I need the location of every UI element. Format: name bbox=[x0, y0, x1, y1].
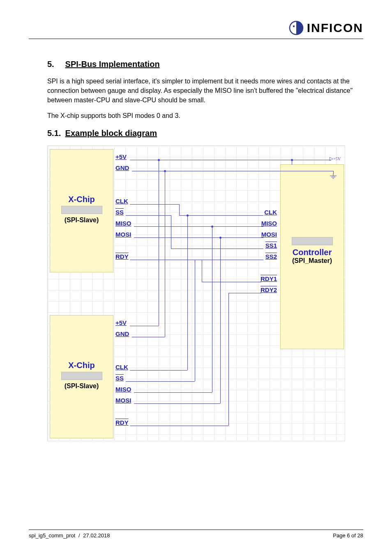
block-diagram: X-Chip (SPI-Slave) X-Chip (SPI-Slave) Co… bbox=[47, 145, 345, 441]
section-number: 5.1. bbox=[47, 129, 63, 138]
wire bbox=[130, 426, 228, 426]
wire bbox=[202, 260, 202, 282]
wire bbox=[130, 260, 202, 260]
wire-junction bbox=[158, 159, 160, 161]
section-heading-bus: 5. SPI-Bus Implementation bbox=[47, 60, 363, 69]
pin-label-gnd: GND bbox=[115, 164, 129, 171]
wire bbox=[134, 392, 212, 393]
block-title: Controller bbox=[281, 248, 344, 257]
pin-label-rdy1-ctrl: RDY1 bbox=[261, 275, 277, 282]
footer-separator: / bbox=[78, 532, 80, 539]
svg-point-1 bbox=[293, 25, 294, 27]
company-logo: INFICON bbox=[289, 21, 363, 35]
section-heading-diagram: 5.1. Example block diagram bbox=[47, 129, 363, 138]
section-title: SPI-Bus Implementation bbox=[65, 60, 160, 69]
section-title: Example block diagram bbox=[65, 129, 157, 138]
wire bbox=[228, 293, 229, 426]
wire-junction bbox=[219, 237, 221, 239]
inficon-logo-icon bbox=[289, 21, 304, 35]
footer-page: Page 6 of 28 bbox=[333, 532, 363, 539]
power-5v-symbol: ▷+5V bbox=[330, 156, 341, 162]
block-title: X-Chip bbox=[50, 361, 113, 370]
wire bbox=[202, 282, 261, 282]
wire-junction bbox=[291, 159, 293, 161]
footer-left: spi_ig5_comm_prot / 27.02.2018 bbox=[29, 532, 110, 539]
wire bbox=[126, 215, 171, 216]
pin-label-gnd-2: GND bbox=[115, 330, 129, 337]
wire bbox=[165, 171, 165, 337]
pin-label-clk-ctrl: CLK bbox=[264, 209, 277, 216]
wire bbox=[187, 215, 188, 370]
pin-label-ss: SS bbox=[115, 209, 124, 216]
wire-junction bbox=[187, 214, 189, 216]
block-subtitle: (SPI_Master) bbox=[281, 257, 344, 265]
pin-label-clk: CLK bbox=[115, 198, 128, 205]
pin-label-mosi-2: MOSI bbox=[115, 397, 131, 404]
wire bbox=[132, 337, 165, 337]
wire bbox=[171, 249, 263, 249]
section-body-bus: SPI is a high speed serial interface, it… bbox=[47, 76, 363, 120]
wire bbox=[159, 160, 159, 326]
wire bbox=[132, 171, 333, 171]
pin-label-miso-ctrl: MISO bbox=[261, 220, 277, 227]
wire bbox=[126, 381, 195, 382]
wire bbox=[195, 260, 263, 260]
block-subtitle: (SPI-Slave) bbox=[50, 216, 113, 224]
pin-label-5v-2: +5V bbox=[115, 319, 127, 326]
wire bbox=[130, 204, 179, 205]
pin-label-clk-2: CLK bbox=[115, 364, 128, 371]
block-xchip-2: X-Chip (SPI-Slave) bbox=[50, 315, 113, 438]
paragraph-2: The X-chip supports both SPI modes 0 and… bbox=[47, 111, 363, 120]
pin-label-ss1-ctrl: SS1 bbox=[265, 242, 277, 249]
footer-date: 27.02.2018 bbox=[83, 532, 110, 539]
pin-label-ss-2: SS bbox=[115, 375, 124, 382]
pin-label-ss2-ctrl: SS2 bbox=[265, 253, 277, 260]
pin-label-mosi: MOSI bbox=[115, 231, 131, 238]
wire bbox=[130, 326, 159, 326]
pin-label-rdy-2: RDY bbox=[115, 419, 129, 426]
pin-label-rdy2-ctrl: RDY2 bbox=[261, 286, 277, 293]
pin-label-rdy: RDY bbox=[115, 253, 129, 260]
wire bbox=[134, 403, 220, 404]
wire bbox=[134, 237, 263, 238]
section-number: 5. bbox=[47, 60, 63, 69]
page-content: 5. SPI-Bus Implementation SPI is a high … bbox=[29, 60, 363, 441]
wire bbox=[130, 370, 187, 371]
wire bbox=[228, 293, 261, 293]
block-xchip-1: X-Chip (SPI-Slave) bbox=[50, 149, 113, 272]
block-greybar bbox=[292, 237, 333, 245]
wire-junction bbox=[164, 170, 166, 172]
page-header: INFICON bbox=[29, 21, 363, 39]
wire bbox=[333, 171, 334, 174]
wire bbox=[212, 226, 212, 392]
wire bbox=[179, 204, 180, 215]
wire bbox=[220, 237, 221, 403]
pin-label-miso: MISO bbox=[115, 220, 131, 227]
pin-label-mosi-ctrl: MOSI bbox=[261, 231, 277, 238]
wire bbox=[134, 226, 263, 227]
wire bbox=[179, 215, 263, 216]
block-greybar bbox=[61, 372, 102, 380]
page-footer: spi_ig5_comm_prot / 27.02.2018 Page 6 of… bbox=[29, 530, 363, 539]
footer-doc-name: spi_ig5_comm_prot bbox=[29, 532, 75, 539]
company-name: INFICON bbox=[307, 21, 363, 35]
block-subtitle: (SPI-Slave) bbox=[50, 382, 113, 390]
ground-symbol bbox=[329, 174, 337, 181]
wire bbox=[195, 260, 195, 381]
block-controller: Controller (SPI_Master) bbox=[280, 164, 344, 349]
block-greybar bbox=[61, 206, 102, 214]
diagram-container: X-Chip (SPI-Slave) X-Chip (SPI-Slave) Co… bbox=[47, 145, 363, 441]
wire bbox=[171, 215, 171, 249]
block-title: X-Chip bbox=[50, 195, 113, 204]
wire bbox=[130, 160, 331, 160]
pin-label-miso-2: MISO bbox=[115, 386, 131, 393]
pin-label-5v: +5V bbox=[115, 153, 127, 160]
wire-junction bbox=[211, 226, 213, 228]
paragraph-1: SPI is a high speed serial interface, it… bbox=[47, 76, 363, 105]
